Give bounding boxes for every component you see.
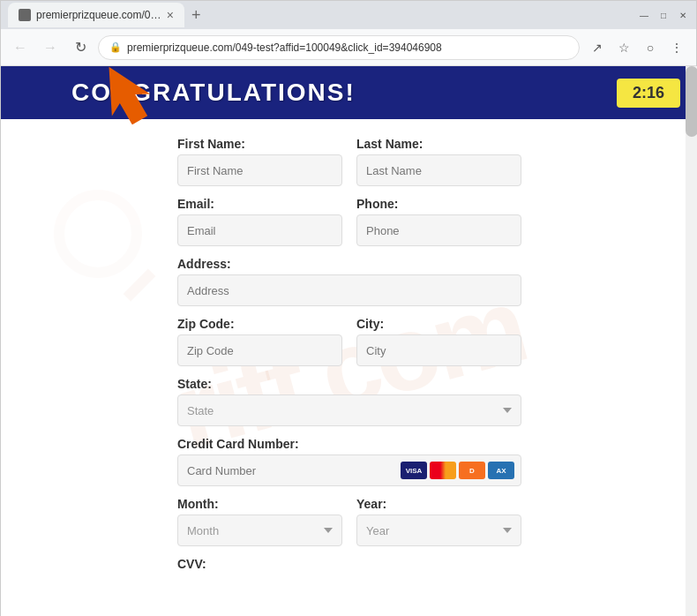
visa-icon: VISA — [401, 462, 427, 479]
lock-icon: 🔒 — [109, 41, 122, 53]
state-select[interactable]: State Alabama California Florida New Yor… — [177, 394, 521, 426]
month-group: Month: Month 01 02 03 04 05 06 07 08 09 … — [177, 497, 342, 546]
month-label: Month: — [177, 497, 342, 511]
share-button[interactable]: ↗ — [585, 35, 610, 60]
card-icons: VISA D AX — [401, 462, 514, 479]
state-label: State: — [177, 377, 521, 391]
email-phone-row: Email: Phone: — [177, 197, 521, 246]
zip-group: Zip Code: — [177, 317, 342, 366]
year-group: Year: Year 2024 2025 2026 2027 2028 — [356, 497, 521, 546]
credit-card-row: Credit Card Number: VISA D AX — [177, 437, 521, 486]
amex-icon: AX — [488, 462, 514, 479]
svg-marker-0 — [98, 66, 151, 124]
credit-card-label: Credit Card Number: — [177, 437, 521, 451]
cvv-row: CVV: — [177, 557, 521, 571]
state-row: State: State Alabama California Florida … — [177, 377, 521, 426]
address-label: Address: — [177, 257, 521, 271]
window-controls: — □ ✕ — [638, 9, 689, 21]
first-name-input[interactable] — [177, 154, 342, 186]
url-text: premierprizqueue.com/049-test?affid=1000… — [127, 41, 568, 54]
toolbar-actions: ↗ ☆ ○ ⋮ — [585, 35, 689, 60]
browser-toolbar: ← → ↻ 🔒 premierprizqueue.com/049-test?af… — [1, 29, 696, 66]
address-group: Address: — [177, 257, 521, 306]
zip-label: Zip Code: — [177, 317, 342, 331]
last-name-group: Last Name: — [356, 137, 521, 186]
close-window-button[interactable]: ✕ — [677, 9, 689, 21]
form-container: First Name: Last Name: Email: Phone: — [1, 119, 697, 599]
page-header: CONGRATULATIONS! 2:16 — [1, 66, 697, 119]
tab-close-button[interactable]: × — [167, 8, 174, 22]
last-name-label: Last Name: — [356, 137, 521, 151]
state-group: State: State Alabama California Florida … — [177, 377, 521, 426]
browser-titlebar: premierprizqueue.com/049-te... × + — □ ✕ — [1, 1, 696, 29]
phone-group: Phone: — [356, 197, 521, 246]
zip-city-row: Zip Code: City: — [177, 317, 521, 366]
address-bar[interactable]: 🔒 premierprizqueue.com/049-test?affid=10… — [98, 35, 580, 60]
last-name-input[interactable] — [356, 154, 521, 186]
card-input-wrapper: VISA D AX — [177, 454, 521, 486]
forward-button[interactable]: → — [38, 35, 63, 60]
name-row: First Name: Last Name: — [177, 137, 521, 186]
tab-title: premierprizqueue.com/049-te... — [36, 9, 161, 21]
account-button[interactable]: ○ — [638, 35, 663, 60]
new-tab-button[interactable]: + — [188, 3, 205, 28]
browser-tab[interactable]: premierprizqueue.com/049-te... × — [8, 3, 184, 27]
bookmark-button[interactable]: ☆ — [611, 35, 636, 60]
month-select[interactable]: Month 01 02 03 04 05 06 07 08 09 10 11 1… — [177, 515, 342, 546]
arrow-graphic — [98, 66, 151, 128]
menu-button[interactable]: ⋮ — [664, 35, 689, 60]
countdown-timer: 2:16 — [617, 79, 680, 108]
first-name-group: First Name: — [177, 137, 342, 186]
maximize-button[interactable]: □ — [657, 9, 670, 21]
minimize-button[interactable]: — — [638, 9, 650, 21]
back-button[interactable]: ← — [8, 35, 33, 60]
month-year-row: Month: Month 01 02 03 04 05 06 07 08 09 … — [177, 497, 521, 546]
zip-input[interactable] — [177, 334, 342, 366]
year-select[interactable]: Year 2024 2025 2026 2027 2028 — [356, 515, 521, 546]
city-group: City: — [356, 317, 521, 366]
credit-card-group: Credit Card Number: VISA D AX — [177, 437, 521, 486]
phone-input[interactable] — [356, 214, 521, 246]
cvv-group: CVV: — [177, 557, 521, 571]
address-input[interactable] — [177, 274, 521, 306]
email-label: Email: — [177, 197, 342, 211]
reload-button[interactable]: ↻ — [68, 35, 93, 60]
page-content: CONGRATULATIONS! 2:16 riff.com First Nam… — [1, 66, 697, 616]
address-row: Address: — [177, 257, 521, 306]
tab-favicon — [19, 9, 31, 21]
email-input[interactable] — [177, 214, 342, 246]
cvv-label: CVV: — [177, 557, 521, 571]
first-name-label: First Name: — [177, 137, 342, 151]
city-label: City: — [356, 317, 521, 331]
mastercard-icon — [430, 462, 456, 479]
browser-frame: premierprizqueue.com/049-te... × + — □ ✕… — [0, 0, 697, 616]
city-input[interactable] — [356, 334, 521, 366]
phone-label: Phone: — [356, 197, 521, 211]
email-group: Email: — [177, 197, 342, 246]
year-label: Year: — [356, 497, 521, 511]
discover-icon: D — [459, 462, 485, 479]
